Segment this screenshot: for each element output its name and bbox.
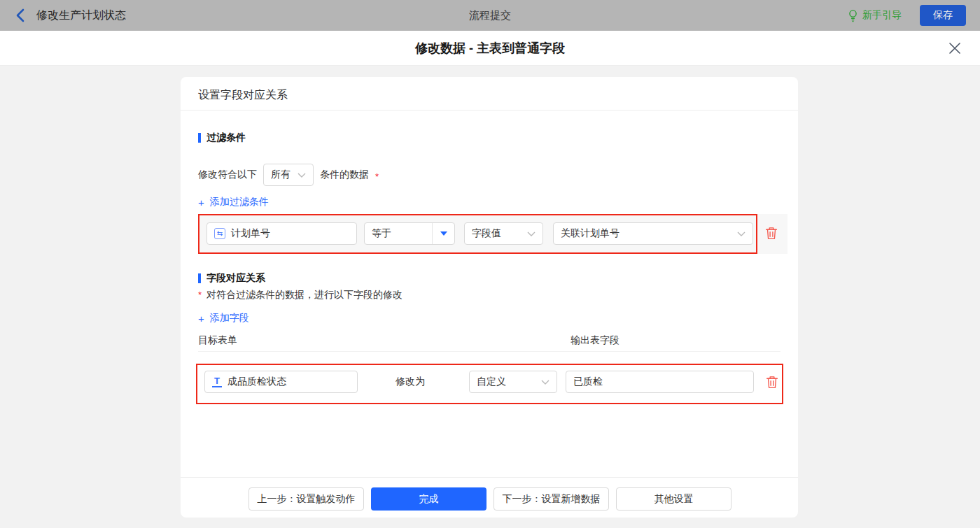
footer-actions: 上一步：设置触发动作 完成 下一步：设置新增数据 其他设置 [248,487,732,511]
panel-title: 设置字段对应关系 [198,88,288,103]
caret-down-icon [440,231,447,236]
required-mark: * [198,290,202,300]
chevron-down-icon [298,173,306,178]
divider [181,110,798,110]
custom-value-input[interactable]: 已质检 [566,371,754,393]
dialog-header: 修改数据 - 主表到普通字段 [0,31,980,66]
chevron-down-icon [527,231,536,236]
divider [198,351,780,352]
save-button[interactable]: 保存 [920,5,966,26]
operator-caret-zone[interactable] [432,223,454,244]
done-button[interactable]: 完成 [371,487,486,511]
target-field-select[interactable]: T 成品质检状态 [204,371,358,393]
mapping-section-title: 字段对应关系 [198,272,265,285]
next-step-button[interactable]: 下一步：设置新增数据 [493,487,609,511]
other-settings-button[interactable]: 其他设置 [616,487,732,511]
mapping-description: * 对符合过滤条件的数据，进行以下字段的修改 [198,289,402,301]
section-marker [198,273,201,283]
match-mode-select[interactable]: 所有 [263,164,314,186]
trash-icon [765,227,778,240]
match-condition-line: 修改符合以下 所有 条件的数据 * [198,164,379,186]
trash-icon [766,376,778,389]
condition-value-type-select[interactable]: 字段值 [464,222,543,245]
close-icon [948,42,961,55]
field-mapping-panel: 设置字段对应关系 过滤条件 修改符合以下 所有 条件的数据 * + 添加过滤条件… [181,77,798,518]
top-navigation-bar: 修改生产计划状态 流程提交 新手引导 保存 [0,0,980,31]
chevron-down-icon [737,231,746,236]
filter-section-title: 过滤条件 [198,131,246,144]
match-prefix-label: 修改符合以下 [198,169,257,181]
target-form-column-header: 目标表单 [198,334,237,347]
divider [181,477,798,478]
delete-mapping-button[interactable] [766,376,778,389]
required-mark: * [375,171,379,182]
flow-submit-title: 流程提交 [0,0,980,31]
plus-icon: + [198,313,204,324]
serial-number-field-icon: ⇆ [214,228,225,239]
section-marker [198,133,201,143]
beginner-guide-label: 新手引导 [862,9,902,22]
lightbulb-icon [848,9,858,22]
output-field-column-header: 输出表字段 [570,334,620,347]
add-filter-condition-link[interactable]: + 添加过滤条件 [198,196,269,208]
condition-operator-select[interactable]: 等于 [364,222,455,245]
mapping-value-type-select[interactable]: 自定义 [469,371,557,393]
add-field-link[interactable]: + 添加字段 [198,312,249,324]
close-button[interactable] [948,41,962,55]
prev-step-button[interactable]: 上一步：设置触发动作 [248,487,364,511]
dialog-title: 修改数据 - 主表到普通字段 [0,31,980,66]
modify-to-label: 修改为 [396,371,425,393]
beginner-guide-link[interactable]: 新手引导 [848,9,902,22]
text-field-icon: T [212,376,222,387]
match-suffix-label: 条件的数据 [320,169,369,181]
condition-value-select[interactable]: 关联计划单号 [553,222,753,245]
chevron-down-icon [541,380,550,385]
delete-condition-button[interactable] [765,227,778,240]
condition-field-select[interactable]: ⇆ 计划单号 [206,222,357,245]
plus-icon: + [198,197,204,208]
